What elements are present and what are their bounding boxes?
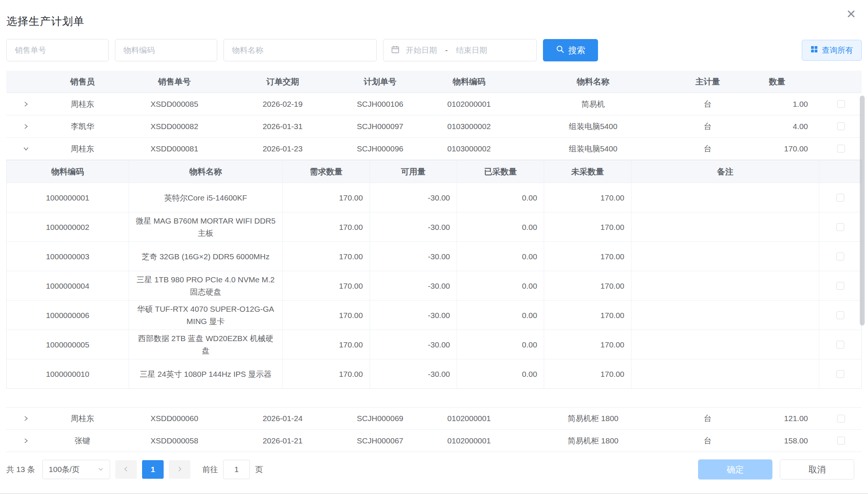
- subcell-unpurchased: 170.00: [544, 242, 631, 271]
- table-row: 周桂东 XSDD000060 2026-01-24 SCJH000069 010…: [6, 407, 862, 430]
- table-row: 张键 XSDD000058 2026-01-21 SCJH000067 0102…: [6, 430, 862, 452]
- subcell-unpurchased: 170.00: [544, 183, 631, 212]
- cell-delivery-date: 2026-01-21: [229, 436, 335, 445]
- cell-unit: 台: [673, 99, 743, 109]
- subcell-code: 1000000010: [7, 359, 129, 388]
- subcell-name: 三星 24英寸 1080P 144Hz IPS 显示器: [129, 359, 283, 388]
- subcell-available: -30.00: [370, 359, 457, 388]
- goto-page-input[interactable]: [223, 460, 250, 479]
- subcell-remark: [631, 359, 820, 388]
- subheader-required: 需求数量: [283, 160, 370, 183]
- subcell-purchased: 0.00: [457, 330, 544, 359]
- main-table-header: 销售员 销售单号 订单交期 计划单号 物料编码 物料名称 主计量 数量: [6, 71, 862, 93]
- subcell-name: 华硕 TUF-RTX 4070 SUPER-O12G-GAMING 显卡: [129, 301, 283, 330]
- subcell-required: 170.00: [283, 183, 370, 212]
- subheader-code: 物料编码: [7, 160, 129, 183]
- subcell-required: 170.00: [283, 271, 370, 300]
- page-button-1[interactable]: 1: [142, 460, 164, 479]
- subcell-name: 西部数据 2TB 蓝盘 WD20EZBX 机械硬盘: [129, 330, 283, 359]
- search-button-label: 搜索: [568, 45, 585, 56]
- material-name-input[interactable]: [224, 39, 377, 61]
- subcell-purchased: 0.00: [457, 242, 544, 271]
- expand-row-icon[interactable]: [20, 413, 32, 424]
- start-date-placeholder: 开始日期: [406, 45, 437, 55]
- cell-sales-order: XSDD000058: [119, 436, 230, 445]
- query-all-button[interactable]: 查询所有: [802, 40, 862, 61]
- expand-row-icon[interactable]: [20, 121, 32, 132]
- subrow-checkbox[interactable]: [836, 282, 844, 290]
- date-range-picker[interactable]: 开始日期 - 结束日期: [383, 39, 537, 61]
- cell-material-name: 简易机柜 1800: [514, 413, 673, 424]
- cell-material-code: 0103000002: [425, 122, 514, 131]
- confirm-button[interactable]: 确定: [698, 459, 772, 479]
- cell-plan-no: SCJH000096: [335, 144, 424, 153]
- subcell-purchased: 0.00: [457, 271, 544, 300]
- subcell-remark: [631, 212, 820, 241]
- expand-row-icon[interactable]: [20, 99, 32, 110]
- cell-unit: 台: [673, 121, 743, 132]
- cell-unit: 台: [673, 413, 743, 424]
- pagination: 共 13 条 100条/页 1 前往 页: [6, 460, 263, 479]
- subcell-remark: [631, 242, 820, 271]
- subtable-row: 1000000002 微星 MAG B760M MORTAR WIFI DDR5…: [7, 212, 861, 241]
- subheader-unpurchased: 未采数量: [544, 160, 631, 183]
- row-checkbox[interactable]: [837, 100, 845, 108]
- cell-plan-no: SCJH000097: [335, 122, 424, 131]
- chevron-right-icon: [176, 466, 183, 474]
- row-checkbox[interactable]: [837, 145, 845, 153]
- row-checkbox[interactable]: [837, 122, 845, 130]
- header-sales-order: 销售单号: [119, 76, 230, 87]
- row-checkbox[interactable]: [837, 437, 845, 445]
- subrow-checkbox[interactable]: [836, 223, 844, 231]
- subrow-checkbox[interactable]: [836, 311, 844, 319]
- page-size-select[interactable]: 100条/页: [42, 460, 110, 479]
- subcell-code: 1000000005: [7, 330, 129, 359]
- search-button[interactable]: 搜索: [543, 39, 598, 61]
- subcell-code: 1000000001: [7, 183, 129, 212]
- cell-sales-order: XSDD000085: [119, 100, 230, 109]
- cell-sales-order: XSDD000082: [119, 122, 230, 131]
- subheader-name: 物料名称: [129, 160, 283, 183]
- subcell-required: 170.00: [283, 359, 370, 388]
- subcell-purchased: 0.00: [457, 359, 544, 388]
- subrow-checkbox[interactable]: [836, 253, 844, 260]
- cell-sales-order: XSDD000081: [119, 144, 230, 153]
- material-code-input[interactable]: [115, 39, 217, 61]
- row-checkbox[interactable]: [837, 415, 845, 423]
- subcell-available: -30.00: [370, 183, 457, 212]
- header-qty: 数量: [743, 76, 820, 87]
- subcell-unpurchased: 170.00: [544, 330, 631, 359]
- subtable-row: 1000000003 芝奇 32GB (16G×2) DDR5 6000MHz …: [7, 241, 861, 271]
- subrow-checkbox[interactable]: [836, 370, 844, 378]
- cell-material-code: 0102000001: [425, 414, 514, 423]
- subcell-remark: [631, 301, 820, 330]
- expand-row-icon[interactable]: [20, 435, 32, 446]
- subcell-purchased: 0.00: [457, 183, 544, 212]
- subcell-required: 170.00: [283, 212, 370, 241]
- goto-label: 前往: [202, 464, 218, 475]
- material-subtable: 物料编码 物料名称 需求数量 可用量 已采数量 未采数量 备注 10000000…: [6, 160, 862, 389]
- subheader-purchased: 已采数量: [457, 160, 544, 183]
- calendar-icon: [391, 45, 400, 55]
- subrow-checkbox[interactable]: [836, 341, 844, 349]
- subcell-available: -30.00: [370, 301, 457, 330]
- search-icon: [556, 45, 565, 56]
- subrow-checkbox[interactable]: [836, 194, 844, 202]
- cancel-button[interactable]: 取消: [780, 459, 854, 479]
- subcell-purchased: 0.00: [457, 301, 544, 330]
- subtable-header: 物料编码 物料名称 需求数量 可用量 已采数量 未采数量 备注: [7, 160, 861, 183]
- prev-page-button[interactable]: [115, 460, 137, 479]
- next-page-button[interactable]: [169, 460, 190, 479]
- subcell-unpurchased: 170.00: [544, 212, 631, 241]
- cell-plan-no: SCJH000106: [335, 100, 424, 109]
- sales-order-input[interactable]: [6, 39, 109, 61]
- cell-qty: 170.00: [743, 144, 820, 153]
- page-size-value: 100条/页: [49, 464, 80, 475]
- subcell-code: 1000000004: [7, 271, 129, 300]
- subcell-required: 170.00: [283, 330, 370, 359]
- cell-plan-no: SCJH000069: [335, 414, 424, 423]
- close-icon[interactable]: ✕: [846, 8, 856, 20]
- vertical-scrollbar[interactable]: [860, 96, 865, 325]
- subcell-available: -30.00: [370, 271, 457, 300]
- collapse-row-icon[interactable]: [20, 143, 32, 154]
